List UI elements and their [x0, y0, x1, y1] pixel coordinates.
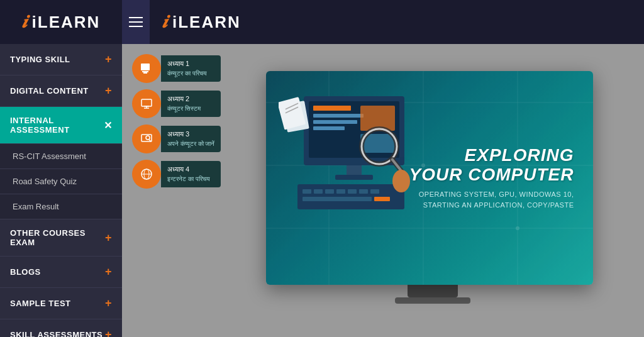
chapter-4-item[interactable]: अध्याय 4 इन्टरनेट का परिचय: [132, 160, 223, 189]
chapter-list: अध्याय 1 कंप्यूटर का परिचय अध्याय 2 कंप्…: [132, 54, 223, 327]
chapter-2-label: अध्याय 2 कंप्यूटर सिस्टम: [161, 91, 221, 116]
chapter-2-num: अध्याय 2: [167, 94, 214, 104]
sample-test-expand-icon: +: [105, 297, 112, 310]
svg-rect-30: [347, 165, 362, 175]
blogs-label: BLOGS: [10, 267, 41, 277]
logo-icon: 𝒊: [22, 12, 28, 33]
monitor-wrapper: EXPLORING YOUR COMPUTER OPERATING SYSTEM…: [266, 71, 599, 310]
chapter-4-num: अध्याय 4: [167, 165, 214, 174]
header-logo-label: iLEARN: [172, 13, 241, 32]
sidebar-item-typing-skill[interactable]: TYPING SKILL +: [0, 44, 122, 75]
sidebar-logo-label: iLEARN: [32, 13, 101, 32]
digital-content-expand-icon: +: [105, 84, 112, 97]
sidebar-logo-text: 𝒊 iLEARN: [22, 12, 101, 33]
chapter-1-icon: [132, 54, 161, 83]
monitor-screen: EXPLORING YOUR COMPUTER OPERATING SYSTEM…: [266, 71, 593, 285]
chapter-1-label: अध्याय 1 कंप्यूटर का परिचय: [161, 55, 221, 81]
sidebar-item-internal-assessment[interactable]: INTERNAL ASSESSMENT ✕: [0, 107, 122, 144]
skill-assessments-label: SKILL ASSESSMENTS: [10, 330, 103, 337]
chapter-3-name: अपने कंप्यूटर को जानें: [167, 140, 214, 148]
chapter-1-num: अध्याय 1: [167, 59, 214, 69]
svg-rect-38: [359, 189, 368, 194]
typing-skill-expand-icon: +: [105, 53, 112, 66]
sample-test-label: SAMPLE TEST: [10, 299, 71, 308]
sidebar-item-blogs[interactable]: BLOGS +: [0, 257, 122, 288]
chapter-3-icon: [132, 124, 161, 153]
svg-rect-40: [303, 197, 372, 201]
chapter-4-name: इन्टरनेट का परिचय: [167, 175, 214, 184]
screen-title-line2: YOUR COMPUTER: [409, 165, 574, 185]
svg-rect-39: [370, 189, 379, 194]
monitor-base: [395, 297, 470, 304]
chapter-4-label: अध्याय 4 इन्टरनेट का परिचय: [161, 161, 221, 187]
header-logo-text: 𝒊 iLEARN: [162, 12, 241, 33]
header-logo: 𝒊 iLEARN: [150, 0, 644, 44]
sidebar-item-sample-test[interactable]: SAMPLE TEST +: [0, 288, 122, 319]
chapter-3-num: अध्याय 3: [167, 130, 214, 139]
svg-rect-3: [142, 99, 152, 106]
sidebar: TYPING SKILL + DIGITAL CONTENT + INTERNA…: [0, 44, 122, 337]
svg-rect-27: [313, 126, 345, 130]
main-display: EXPLORING YOUR COMPUTER OPERATING SYSTEM…: [231, 54, 634, 327]
svg-rect-41: [374, 197, 390, 201]
hamburger-button[interactable]: [122, 0, 150, 44]
svg-rect-24: [313, 106, 351, 111]
svg-rect-51: [394, 177, 402, 189]
internal-assessment-label: INTERNAL ASSESSMENT: [10, 116, 104, 135]
internal-assessment-close-icon: ✕: [104, 119, 113, 131]
other-courses-expand-icon: +: [105, 231, 112, 245]
chapter-2-item[interactable]: अध्याय 2 कंप्यूटर सिस्टम: [132, 89, 223, 118]
sidebar-item-rs-cit[interactable]: RS-CIT Assessment: [0, 144, 122, 169]
svg-rect-37: [348, 189, 357, 194]
svg-rect-31: [335, 175, 373, 180]
sidebar-item-exam-result[interactable]: Exam Result: [0, 194, 122, 219]
svg-point-21: [516, 226, 519, 230]
exam-result-label: Exam Result: [13, 202, 59, 211]
screen-title-line1: EXPLORING: [409, 146, 574, 165]
road-safety-label: Road Safety Quiz: [13, 177, 77, 186]
svg-rect-36: [336, 189, 345, 194]
chapter-1-item[interactable]: अध्याय 1 कंप्यूटर का परिचय: [132, 54, 223, 83]
blogs-expand-icon: +: [105, 265, 112, 279]
rs-cit-label: RS-CIT Assessment: [13, 152, 86, 161]
svg-rect-34: [314, 189, 323, 194]
screen-title: EXPLORING YOUR COMPUTER: [409, 146, 574, 185]
monitor-stand: [408, 285, 458, 297]
chapter-3-item[interactable]: अध्याय 3 अपने कंप्यूटर को जानें: [132, 124, 223, 153]
sidebar-item-digital-content[interactable]: DIGITAL CONTENT +: [0, 75, 122, 107]
chapter-2-icon: [132, 89, 161, 118]
header-logo-icon: 𝒊: [162, 12, 169, 33]
svg-rect-33: [303, 189, 311, 194]
sidebar-logo: 𝒊 iLEARN: [0, 0, 122, 44]
chapter-2-name: कंप्यूटर सिस्टम: [167, 104, 214, 113]
typing-skill-label: TYPING SKILL: [10, 55, 70, 64]
chapter-4-icon: [132, 160, 161, 189]
svg-rect-35: [325, 189, 334, 194]
svg-rect-2: [143, 72, 147, 74]
screen-subtitle-line1: OPERATING SYSTEM, GPU, WINDOWAS 10,: [409, 189, 574, 200]
digital-content-label: DIGITAL CONTENT: [10, 86, 89, 96]
sidebar-item-other-courses[interactable]: OTHER COURSES EXAM +: [0, 219, 122, 257]
chapter-1-name: कंप्यूटर का परिचय: [167, 69, 214, 78]
hamburger-icon: [129, 17, 143, 27]
chapter-3-label: अध्याय 3 अपने कंप्यूटर को जानें: [161, 126, 221, 152]
sidebar-item-skill-assessments[interactable]: SKILL ASSESSMENTS +: [0, 319, 122, 337]
screen-subtitle-line2: STARTING AN APPLICATION, COPY/PASTE: [409, 200, 574, 211]
svg-rect-25: [313, 114, 364, 118]
sidebar-item-road-safety[interactable]: Road Safety Quiz: [0, 169, 122, 194]
svg-rect-1: [142, 71, 148, 72]
screen-subtitle: OPERATING SYSTEM, GPU, WINDOWAS 10, STAR…: [409, 189, 574, 210]
svg-point-8: [146, 136, 150, 140]
content-area: अध्याय 1 कंप्यूटर का परिचय अध्याय 2 कंप्…: [122, 44, 644, 337]
svg-rect-26: [313, 120, 357, 124]
other-courses-label: OTHER COURSES EXAM: [10, 228, 105, 247]
skill-assessments-expand-icon: +: [105, 328, 112, 337]
screen-text: EXPLORING YOUR COMPUTER OPERATING SYSTEM…: [409, 146, 574, 211]
svg-rect-0: [141, 64, 150, 70]
